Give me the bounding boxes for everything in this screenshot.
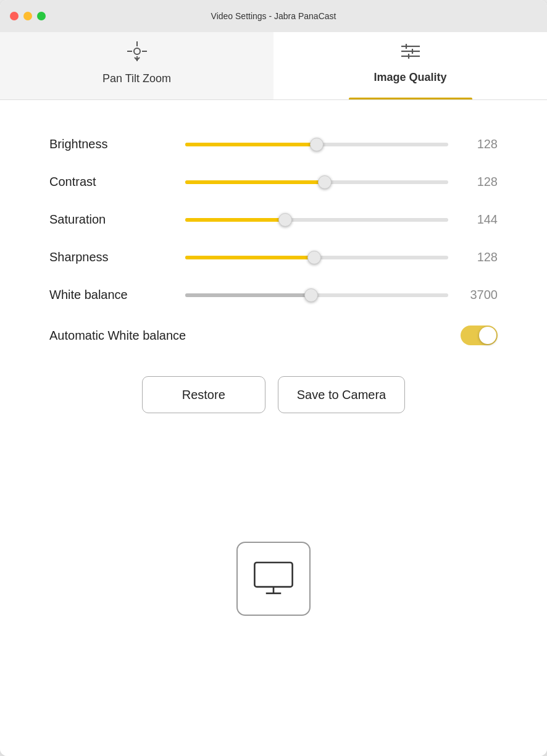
white-balance-label: White balance: [49, 288, 173, 302]
main-window: Video Settings - Jabra PanaCast Pan Tilt…: [0, 0, 547, 756]
saturation-row: Saturation 144: [49, 212, 498, 227]
brightness-value: 128: [461, 137, 498, 151]
window-controls: [10, 12, 46, 20]
minimize-button[interactable]: [23, 12, 32, 20]
contrast-row: Contrast 128: [49, 175, 498, 189]
tab-image-quality-label: Image Quality: [374, 71, 446, 84]
contrast-slider[interactable]: [185, 176, 448, 188]
tab-bar: Pan Tilt Zoom Image Quality: [0, 32, 547, 100]
saturation-label: Saturation: [49, 212, 173, 227]
tab-pan-tilt-zoom-label: Pan Tilt Zoom: [102, 72, 171, 85]
button-row: Restore Save to Camera: [49, 376, 498, 413]
saturation-value: 144: [461, 212, 498, 227]
auto-white-balance-toggle[interactable]: [461, 326, 498, 345]
brightness-label: Brightness: [49, 137, 173, 151]
window-title: Video Settings - Jabra PanaCast: [211, 11, 336, 21]
sharpness-value: 128: [461, 250, 498, 264]
svg-rect-11: [254, 562, 292, 586]
auto-white-balance-label: Automatic White balance: [49, 329, 461, 343]
white-balance-value: 3700: [461, 288, 498, 302]
svg-point-0: [134, 48, 140, 54]
brightness-slider[interactable]: [185, 138, 448, 151]
title-bar: Video Settings - Jabra PanaCast: [0, 0, 547, 32]
white-balance-row: White balance 3700: [49, 288, 498, 302]
auto-white-balance-row: Automatic White balance: [49, 326, 498, 345]
saturation-slider[interactable]: [185, 214, 448, 226]
monitor-area: [49, 438, 498, 731]
sharpness-label: Sharpness: [49, 250, 173, 264]
sharpness-slider[interactable]: [185, 251, 448, 264]
restore-button[interactable]: Restore: [142, 376, 265, 413]
close-button[interactable]: [10, 12, 19, 20]
sharpness-row: Sharpness 128: [49, 250, 498, 264]
monitor-icon: [252, 557, 295, 600]
tab-pan-tilt-zoom[interactable]: Pan Tilt Zoom: [0, 32, 274, 99]
sliders-icon: [400, 42, 421, 65]
white-balance-slider[interactable]: [185, 289, 448, 301]
save-to-camera-button[interactable]: Save to Camera: [278, 376, 406, 413]
tab-image-quality[interactable]: Image Quality: [274, 32, 547, 99]
monitor-icon-box: [236, 542, 311, 616]
maximize-button[interactable]: [37, 12, 46, 20]
brightness-row: Brightness 128: [49, 137, 498, 151]
content-area: Brightness 128 Contrast 128 Saturati: [0, 100, 547, 756]
contrast-label: Contrast: [49, 175, 173, 189]
toggle-knob: [479, 327, 496, 344]
contrast-value: 128: [461, 175, 498, 189]
ptz-icon: [127, 41, 148, 66]
